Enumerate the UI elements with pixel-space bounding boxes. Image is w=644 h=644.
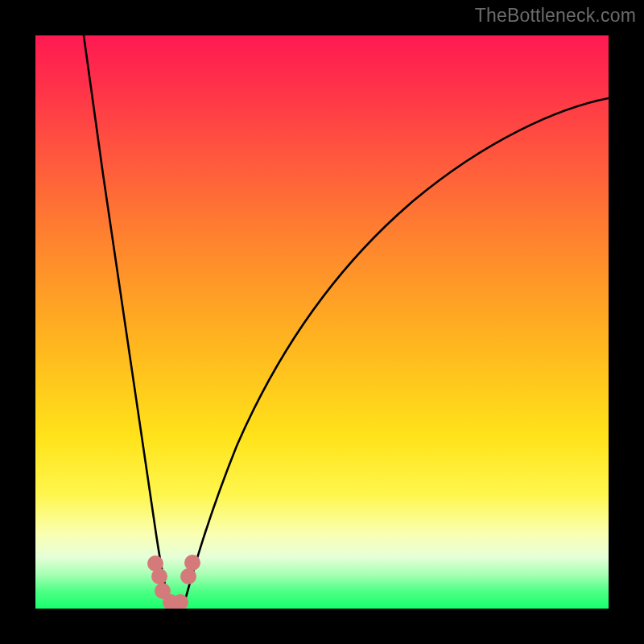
valley-markers <box>35 35 609 609</box>
marker-dot <box>180 568 196 584</box>
plot-area <box>35 35 609 609</box>
watermark-text: TheBottleneck.com <box>475 5 636 27</box>
marker-dot <box>151 568 167 584</box>
marker-dot <box>184 555 200 571</box>
chart-frame: TheBottleneck.com <box>0 0 644 644</box>
